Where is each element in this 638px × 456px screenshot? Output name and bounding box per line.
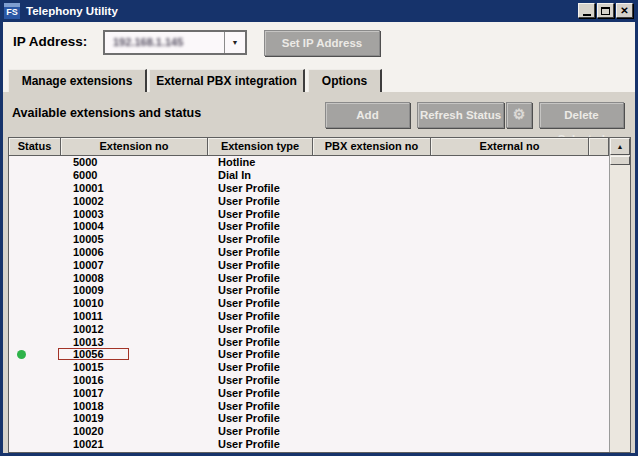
tab-external-pbx-integration[interactable]: External PBX integration [149,69,305,92]
extension-type-cell: User Profile [208,425,313,437]
column-header-external-no[interactable]: External no [431,138,589,156]
ip-address-value[interactable]: 192.168.1.145 [105,32,224,53]
extension-type-cell: Hotline [208,156,313,168]
refresh-settings-button[interactable]: ⚙ [506,102,532,128]
ip-address-label: IP Address: [13,34,87,49]
table-row[interactable]: 10009 User Profile [9,284,609,297]
status-cell [9,350,61,359]
extension-type-cell: User Profile [208,284,313,296]
extension-type-cell: User Profile [208,438,313,450]
extension-type-cell: User Profile [208,297,313,309]
column-header-pbx-extension-no[interactable]: PBX extension no [313,138,431,156]
table-row[interactable]: 10012 User Profile [9,322,609,335]
status-cell [9,337,61,346]
table-row[interactable]: 10005 User Profile [9,233,609,246]
column-header-status[interactable]: Status [9,138,61,156]
table-row[interactable]: 10022 User Profile [9,450,609,452]
extension-type-cell: User Profile [208,220,313,232]
extension-type-cell: User Profile [208,310,313,322]
status-cell [9,260,61,269]
status-cell [9,209,61,218]
set-ip-address-button[interactable]: Set IP Address [264,30,380,56]
status-cell [9,286,61,295]
tab-options[interactable]: Options [308,69,382,92]
table-row[interactable]: 10003 User Profile [9,207,609,220]
scrollbar-thumb[interactable] [610,156,630,165]
status-cell [9,171,61,180]
extension-type-cell: User Profile [208,182,313,194]
table-row[interactable]: 10004 User Profile [9,220,609,233]
status-cell [9,363,61,372]
gear-icon: ⚙ [513,106,526,122]
ip-address-combobox[interactable]: 192.168.1.145 ▼ [103,30,247,55]
column-header-extension-no[interactable]: Extension no [61,138,208,156]
chevron-down-icon: ▼ [232,39,239,46]
table-row[interactable]: 10015 User Profile [9,361,609,374]
extensions-table: Status Extension no Extension type PBX e… [8,137,631,453]
minimize-button[interactable] [578,3,595,18]
scroll-up-button[interactable]: ▲ [610,138,630,155]
table-row[interactable]: 6000 Dial In [9,169,609,182]
table-row[interactable]: 10020 User Profile [9,425,609,438]
extension-type-cell: User Profile [208,361,313,373]
maximize-button[interactable] [597,3,614,18]
status-cell [9,235,61,244]
vertical-scrollbar[interactable]: ▲ [609,138,630,452]
app-icon: FS [4,3,20,19]
status-cell [9,375,61,384]
table-row[interactable]: 10016 User Profile [9,374,609,387]
extension-no-cell: 10010 [61,297,208,309]
extension-no-cell: 10008 [61,272,208,284]
column-header-extension-type[interactable]: Extension type [208,138,313,156]
extension-no-cell: 10002 [61,195,208,207]
table-row[interactable]: 5000 Hotline [9,156,609,169]
refresh-status-button[interactable]: Refresh Status [417,102,504,128]
extension-type-cell: User Profile [208,412,313,424]
extension-type-cell: User Profile [208,208,313,220]
table-row[interactable]: 10001 User Profile [9,182,609,195]
status-cell [9,324,61,333]
table-row[interactable]: 10021 User Profile [9,438,609,451]
table-row[interactable]: 10056 User Profile [9,348,609,361]
window-title: Telephony Utility [26,5,118,17]
annotation-highlight-box [58,348,129,360]
tab-manage-extensions[interactable]: Manage extensions [8,69,147,93]
extension-no-cell: 10017 [61,387,208,399]
extension-type-cell: User Profile [208,246,313,258]
table-row[interactable]: 10018 User Profile [9,399,609,412]
table-row[interactable]: 10010 User Profile [9,297,609,310]
extension-no-cell: 10016 [61,374,208,386]
table-row[interactable]: 10017 User Profile [9,386,609,399]
close-button[interactable]: ✕ [616,3,633,18]
extension-type-cell: User Profile [208,272,313,284]
table-row[interactable]: 10019 User Profile [9,412,609,425]
status-cell [9,183,61,192]
add-button[interactable]: Add [325,102,410,128]
table-row[interactable]: 10007 User Profile [9,258,609,271]
extension-type-cell: User Profile [208,451,313,452]
status-cell [9,439,61,448]
extension-type-cell: User Profile [208,233,313,245]
extension-type-cell: Dial In [208,169,313,181]
extension-type-cell: User Profile [208,259,313,271]
extension-type-cell: User Profile [208,374,313,386]
ip-dropdown-button[interactable]: ▼ [224,32,245,53]
extension-type-cell: User Profile [208,323,313,335]
extension-no-cell: 10015 [61,361,208,373]
panel-caption: Available extensions and status [12,106,201,120]
extension-no-cell: 10012 [61,323,208,335]
extension-no-cell: 10006 [61,246,208,258]
minimize-icon [583,14,591,16]
table-row[interactable]: 10013 User Profile [9,335,609,348]
table-header: Status Extension no Extension type PBX e… [9,138,609,156]
delete-selected-button[interactable]: Delete Selected [539,102,624,128]
table-row[interactable]: 10008 User Profile [9,271,609,284]
extension-no-cell: 10005 [61,233,208,245]
status-cell [9,158,61,167]
table-row[interactable]: 10002 User Profile [9,194,609,207]
extension-type-cell: User Profile [208,195,313,207]
table-row[interactable]: 10006 User Profile [9,246,609,259]
ip-section: IP Address: 192.168.1.145 ▼ Set IP Addre… [3,22,635,92]
table-row[interactable]: 10011 User Profile [9,310,609,323]
status-cell [9,299,61,308]
